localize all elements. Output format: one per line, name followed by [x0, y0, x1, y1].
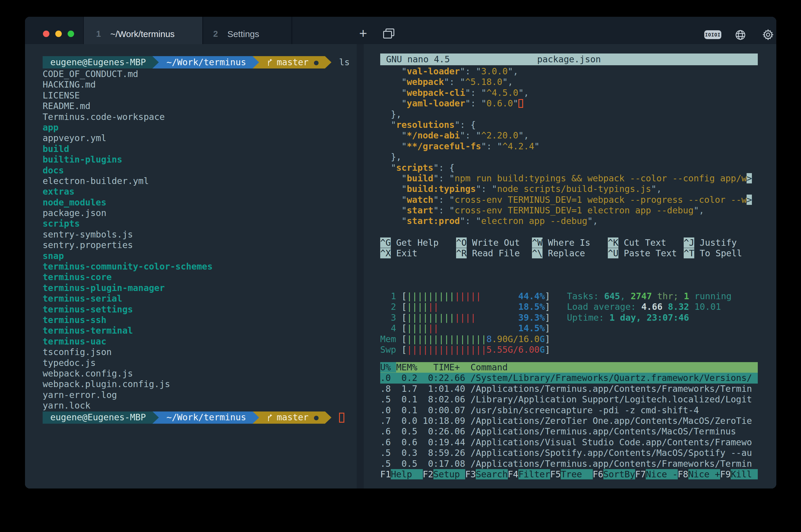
meter-row: 4 [||||||14.5%]	[380, 323, 550, 334]
meter-value: 14.5%	[518, 323, 545, 334]
maximize-button[interactable]	[68, 31, 74, 37]
nano-line: "val-loader": "3.0.0",	[380, 66, 758, 77]
meter-bar-segment: |||||||||||||||	[407, 344, 486, 355]
text-run: resolutions	[396, 120, 454, 130]
meter-bar: ||||||||||||||44.4%	[407, 291, 545, 302]
fkey-item[interactable]: F7Nice -	[635, 469, 678, 479]
shell-pane[interactable]: eugene@Eugenes-MBP~/Work/terminusmaster●…	[43, 56, 350, 424]
fkey-item[interactable]: F5Tree	[550, 469, 593, 479]
settings-gear-icon[interactable]	[762, 28, 774, 42]
nano-shortcut-item: ^O Write Out	[456, 238, 532, 248]
tab-number: 1	[96, 29, 101, 39]
meter-bracket: [	[402, 344, 407, 355]
serial-port-icon[interactable]: IOIOI	[704, 30, 721, 39]
window-rect-front	[383, 31, 392, 38]
meter-row: 2 [||||||18.5%]	[380, 302, 550, 312]
header-sort-column[interactable]: U%	[380, 362, 396, 373]
nano-line: "start:prod": "electron app --debug",	[380, 216, 758, 226]
text-run: ": "	[481, 141, 502, 151]
shortcut-key: ^\	[532, 248, 542, 258]
text-run: yaml-loader	[407, 98, 465, 109]
text-run: "	[380, 77, 407, 87]
meter-bar: ||||||14.5%	[407, 323, 545, 334]
globe-icon[interactable]	[734, 29, 746, 42]
text-run: "	[380, 120, 396, 130]
directory-item: build	[43, 144, 350, 154]
git-branch-icon	[267, 58, 273, 67]
shortcut-label: Get Help	[391, 238, 439, 248]
directory-item: terminus-uac	[43, 336, 350, 347]
tab-title: ~/Work/terminus	[110, 29, 175, 39]
nano-line: "webpack": "^5.18.0",	[380, 77, 758, 87]
file-item: Terminus.code-workspace	[43, 112, 350, 122]
meter-label: 2	[380, 302, 402, 312]
meter-bracket: ]	[545, 323, 550, 333]
title-bar: 1 ~/Work/terminus 2 Settings + IOIOI	[25, 17, 776, 44]
process-table-header: U% MEM% TIME+ Command	[380, 362, 758, 373]
nano-shortcut-item: ^R Read File	[456, 248, 532, 259]
shortcut-label: Exit	[391, 248, 417, 258]
text-run: ": "	[444, 77, 465, 87]
shortcut-key: ^W	[532, 238, 542, 248]
text-run: build:typings	[407, 184, 476, 194]
directory-item: terminus-ssh	[43, 315, 350, 325]
tab-work-terminus[interactable]: 1 ~/Work/terminus	[84, 17, 202, 44]
text-run: thr;	[652, 291, 684, 301]
fkey-item[interactable]: F2Setup	[423, 469, 465, 479]
meter-row: Swp [|||||||||||||||5.55G/6.00G]	[380, 344, 550, 355]
fkey-item[interactable]: F4Filter	[508, 469, 551, 479]
nano-shortcut-item: ^\ Replace	[532, 248, 608, 259]
new-tab-button[interactable]: +	[354, 24, 373, 43]
meter-row: 1 [||||||||||||||44.4%]	[380, 291, 550, 302]
fkey-item[interactable]: F8Nice +	[678, 469, 721, 479]
text-run: ^2.20.0	[481, 130, 518, 140]
text-run: G	[540, 344, 545, 355]
text-run: scripts	[396, 163, 433, 173]
summary-line: Load average: 4.66 8.32 10.01	[567, 302, 732, 312]
nano-line: "*/node-abi": "^2.20.0",	[380, 130, 758, 141]
fkey-item[interactable]: F6SortBy	[593, 469, 635, 479]
nano-pane[interactable]: GNU nano 4.5 package.json "val-loader": …	[380, 54, 758, 259]
minimize-button[interactable]	[55, 31, 62, 37]
fkey-number: F5	[550, 469, 561, 479]
pane-divider[interactable]	[357, 44, 364, 489]
text-run: ",	[651, 184, 662, 194]
meter-row: Mem [|||||||||||||||8.90G/16.0G]	[380, 334, 550, 344]
file-item: webpack.config.js	[43, 368, 350, 379]
git-branch-icon	[267, 413, 273, 422]
directory-item: node_modules	[43, 197, 350, 208]
nano-shortcut-row: ^G Get Help^O Write Out^W Where Is^K Cut…	[380, 238, 758, 248]
prompt-user-segment: eugene@Eugenes-MBP	[43, 412, 159, 424]
meter-bar-segment: |||||||||	[407, 291, 454, 301]
shortcut-label: Write Out	[467, 238, 520, 248]
meter-label: 4	[380, 323, 402, 333]
text-run: "	[380, 163, 396, 173]
meter-value: 44.4%	[518, 291, 545, 302]
text-run: .90G/16.0	[492, 334, 540, 344]
split-windows-icon[interactable]	[383, 28, 393, 37]
text-run: */node-abi	[407, 130, 460, 140]
text-run: 39.3%	[518, 312, 545, 323]
fkey-action: Help	[391, 469, 423, 479]
shortcut-key: ^X	[380, 248, 391, 258]
nano-line: "scripts": {	[380, 163, 758, 173]
directory-item: terminus-serial	[43, 293, 350, 304]
process-row: .6 0.5 0:26.06 /Applications/Terminus.ap…	[380, 426, 758, 437]
shortcut-label: Read File	[467, 248, 520, 258]
process-row: .5 0.1 8:02.06 /Library/Application Supp…	[380, 394, 758, 405]
fkey-action: Filter	[518, 469, 550, 479]
text-run: ^5.18.0	[465, 77, 502, 87]
prompt-git-segment: master●	[253, 412, 331, 424]
close-button[interactable]	[43, 31, 50, 37]
nano-line: "build:typings": "node scripts/build-typ…	[380, 184, 758, 194]
fkey-item[interactable]: F9Kill	[720, 469, 758, 479]
text-run: npm run build:typings && webpack --color…	[454, 173, 747, 184]
tab-settings[interactable]: 2 Settings	[203, 17, 292, 44]
meter-label: Mem	[380, 334, 402, 344]
fkey-item[interactable]: F3Search	[465, 469, 508, 479]
summary-line: Tasks: 645, 2747 thr; 1 running	[567, 291, 732, 302]
file-item: yarn.lock	[43, 400, 350, 411]
directory-item: terminus-terminal	[43, 325, 350, 336]
text-run: 0.6.0	[486, 98, 513, 109]
fkey-item[interactable]: F1Help	[380, 469, 423, 479]
